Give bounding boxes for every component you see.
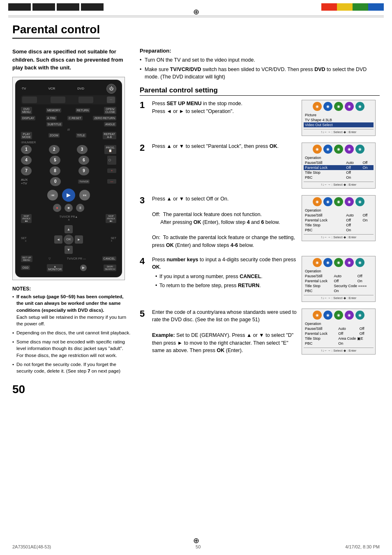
open-close-btn[interactable]: OPEN/CLOSE	[104, 107, 116, 114]
atrk-btn[interactable]: A.TRK	[46, 116, 57, 120]
icon-blue-3: ◉	[323, 197, 332, 206]
note-item-4: Do not forget the security code. If you …	[12, 361, 131, 375]
vcr-btn[interactable]	[51, 97, 65, 103]
menu-row: Title StopOff	[304, 223, 374, 228]
zero-return-btn[interactable]: ZERO RETURN	[93, 116, 116, 120]
step-4-screen: ◉ ◉ ◉ ◉ ◉ Operation Pause/StillAutoOff P…	[302, 256, 380, 302]
dvd-menu-btn[interactable]: DVDMENU	[21, 107, 32, 114]
num-7-btn[interactable]: 7	[21, 166, 32, 175]
prog-btn[interactable]: PROG.📋	[104, 145, 116, 154]
menu-cell: Off	[345, 170, 361, 175]
num-4-btn[interactable]: 4	[21, 156, 32, 165]
menu-icons-1: ◉ ◉ ◉ ◉ ◉	[304, 102, 374, 111]
title-btn[interactable]: TITLE	[76, 133, 86, 138]
intro-text: Some discs are specified not suitable fo…	[12, 48, 131, 72]
menu-row: Parental LockOffOff	[304, 331, 374, 336]
extra-btn[interactable]: ···	[107, 97, 115, 103]
record-btn[interactable]: ●	[53, 204, 61, 212]
two-col-layout: Some discs are specified not suitable fo…	[12, 48, 380, 396]
down-label: ▽	[48, 257, 51, 260]
color-blue	[368, 3, 384, 11]
creset-btn[interactable]: C.RESET	[67, 116, 82, 120]
monitor-btn[interactable]: ▲MONITOR	[47, 264, 63, 272]
icon-blue-4: ◉	[323, 258, 332, 267]
menu-row: PBCOn	[304, 228, 374, 233]
menu-table-3: Operation Pause/StillAutoOff Parental Lo…	[304, 208, 374, 233]
remote-wrapper: ·TV VCR DVD ⏻ ··· DVDMENU	[12, 77, 125, 280]
menu-row: Operation	[304, 208, 374, 213]
angle-btn[interactable]: ANGLE	[104, 122, 116, 127]
crosshair-top: ⊕	[193, 7, 199, 16]
skip-index-right-btn[interactable]: SKIP/INDEX⏭	[106, 214, 116, 223]
icon-orange-2: ◉	[313, 145, 322, 154]
stop-btn[interactable]: ■	[65, 204, 73, 212]
setup-menu-btn[interactable]: SET UPMENU	[21, 256, 32, 262]
menu-cell: Parental Lock	[304, 218, 345, 223]
menu-icons-4: ◉ ◉ ◉ ◉ ◉	[304, 258, 374, 267]
step-3-num: 3	[140, 196, 147, 205]
skip-search-btn[interactable]: SKIP/SEARCH	[104, 265, 116, 271]
skip-row: SKIP/INDEX⏮ TV/VCR PR▲∧ SKIP/INDEX⏭	[21, 214, 116, 223]
menu-cell: Parental Lock	[304, 165, 345, 170]
num-1-btn[interactable]: 1	[21, 145, 32, 154]
dpad-up-btn[interactable]: ▲	[65, 225, 73, 233]
note-item-3: Some discs may not be encoded with speci…	[12, 339, 131, 359]
menu-cell: Parental Lock	[304, 279, 333, 283]
play-btn[interactable]: ▶	[62, 189, 75, 202]
num-2-btn[interactable]: 2	[49, 145, 60, 154]
step-3: 3 Press ▲ or ▼ to select Off or On. Off:…	[140, 195, 380, 249]
menu-cell: Pause/Still	[304, 274, 333, 279]
page-title: Parental control	[12, 23, 100, 39]
icon-teal-1: ◉	[355, 102, 364, 111]
playmode-btn[interactable]: PLAYMODE	[21, 132, 32, 139]
dpad-right-btn[interactable]: ►	[75, 235, 83, 244]
return-btn[interactable]: RETURN	[76, 108, 90, 113]
icon-blue-1: ◉	[323, 102, 332, 111]
osd-btn[interactable]: OSD	[21, 265, 30, 270]
right-column: Preparation: Turn ON the TV and set to t…	[140, 48, 380, 396]
dpad-left-btn[interactable]: ◄	[54, 235, 62, 244]
left-skip-btn[interactable]: ⏮	[47, 190, 58, 200]
num-9-btn[interactable]: 9	[78, 166, 89, 175]
section-title: Parental control setting	[140, 86, 380, 96]
left-column: Some discs are specified not suitable fo…	[12, 48, 131, 396]
tv-vcr-pr-label: TV/VCR PR▲∧	[60, 215, 78, 221]
menu-cell: Off	[358, 326, 374, 331]
icon-blue-2: ◉	[323, 145, 332, 154]
set-right-label: SET+	[111, 237, 116, 242]
memory-btn[interactable]: MEMORY	[46, 108, 61, 113]
extra-a-btn[interactable]: ⬡	[107, 156, 116, 165]
menu-nav-5: ↑↓←→ : Select ◆ : Enter	[304, 348, 374, 352]
menu-cell	[361, 170, 374, 175]
menu-row: Operation	[304, 155, 374, 160]
tv-vcr-btn[interactable]: TV/VCR	[78, 180, 90, 184]
power-button[interactable]: ⏻	[106, 84, 116, 94]
pause-btn[interactable]: ⏸	[76, 204, 84, 212]
notes-list: If each setup (page 50~59) has been comp…	[12, 293, 131, 375]
dpad-down-btn[interactable]: ▼	[65, 246, 73, 254]
display-btn[interactable]: DISPLAY	[21, 116, 35, 120]
num-0-btn[interactable]: 0	[50, 177, 61, 186]
num-3-btn[interactable]: 3	[77, 145, 88, 154]
plus-btn[interactable]: +	[107, 168, 116, 173]
cancel-btn[interactable]: CANCEL	[102, 256, 116, 261]
num-6-btn[interactable]: 6	[78, 156, 89, 165]
zoom-btn[interactable]: ZOOM	[48, 133, 60, 138]
tv-btn[interactable]	[22, 97, 37, 103]
menu-cell	[368, 117, 374, 122]
num-5-btn[interactable]: 5	[50, 156, 60, 165]
bar-right	[321, 3, 384, 11]
repeat-btn[interactable]: REPEATA-B	[103, 132, 117, 139]
small-play-btn[interactable]: ▶	[80, 265, 87, 271]
skip-index-left-btn[interactable]: SKIP/INDEX⏮	[21, 214, 32, 223]
minus-btn[interactable]: —	[107, 179, 116, 184]
num-8-btn[interactable]: 8	[50, 166, 60, 175]
dvd-btn[interactable]	[78, 97, 93, 103]
menu-cell: Title Stop	[304, 336, 337, 341]
menu-cell: On	[361, 165, 374, 170]
right-skip-btn[interactable]: ⏭	[79, 190, 90, 200]
menu-cell: Auto	[345, 160, 361, 165]
subtitle-btn[interactable]: SUBTITLE	[46, 122, 62, 127]
menu-cell: Operation	[304, 269, 374, 274]
ok-btn[interactable]: OK	[64, 235, 74, 244]
